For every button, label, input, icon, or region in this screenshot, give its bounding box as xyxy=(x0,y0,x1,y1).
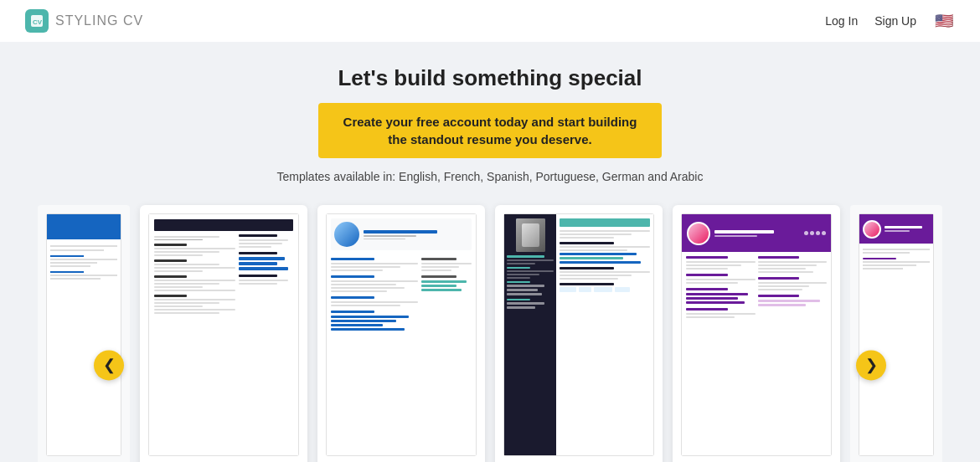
template-card-awesome: Awesome Use this template xyxy=(38,205,130,462)
hero-section: Let's build something special Create you… xyxy=(0,42,980,198)
resume-mock-awesome xyxy=(46,213,121,456)
templates-carousel: ❮ xyxy=(0,198,980,462)
template-card-smart: Smart Use this template xyxy=(317,205,485,462)
resume-mock-confidence xyxy=(681,213,832,456)
resume-mock-corsa xyxy=(859,213,934,456)
next-arrow[interactable]: ❯ xyxy=(856,350,886,380)
logo-icon: CV xyxy=(25,9,49,33)
login-link[interactable]: Log In xyxy=(825,14,858,28)
template-preview-alfred xyxy=(148,213,299,456)
nav-links: Log In Sign Up 🇺🇸 xyxy=(825,13,955,28)
template-preview-corsa xyxy=(859,213,934,456)
header: CV STYLING CV Log In Sign Up 🇺🇸 xyxy=(0,0,980,42)
newcast-sidebar xyxy=(504,214,556,455)
hero-subtitle: Templates available in: English, French,… xyxy=(17,170,963,183)
cards-wrapper: Awesome Use this template xyxy=(0,198,980,462)
resume-mock-newcast xyxy=(503,213,654,456)
signup-link[interactable]: Sign Up xyxy=(874,14,916,28)
hero-title: Let's build something special xyxy=(17,65,963,91)
template-preview-smart xyxy=(326,213,477,456)
resume-mock-smart xyxy=(326,213,477,456)
smart-photo xyxy=(334,222,359,247)
confidence-photo xyxy=(687,222,710,245)
newcast-photo xyxy=(516,218,545,252)
template-preview-confidence xyxy=(681,213,832,456)
template-card-corsa: Corsa Use this xyxy=(850,205,942,462)
resume-mock-alfred xyxy=(148,213,299,456)
template-preview-newcast xyxy=(503,213,654,456)
confidence-header xyxy=(682,214,831,252)
svg-text:CV: CV xyxy=(33,18,43,26)
language-flag[interactable]: 🇺🇸 xyxy=(933,13,955,28)
prev-arrow[interactable]: ❮ xyxy=(94,350,124,380)
logo: CV STYLING CV xyxy=(25,9,143,33)
template-card-newcast: New Cast Use this template xyxy=(495,205,663,462)
brand-name: STYLING CV xyxy=(55,13,143,28)
hero-cta-button[interactable]: Create your free account today and start… xyxy=(318,103,663,158)
template-preview-awesome xyxy=(46,213,121,456)
newcast-main xyxy=(556,214,653,455)
template-card-confidence: Confidence Use this template xyxy=(673,205,840,462)
template-card-alfred: Alfred Use this template xyxy=(140,205,307,462)
